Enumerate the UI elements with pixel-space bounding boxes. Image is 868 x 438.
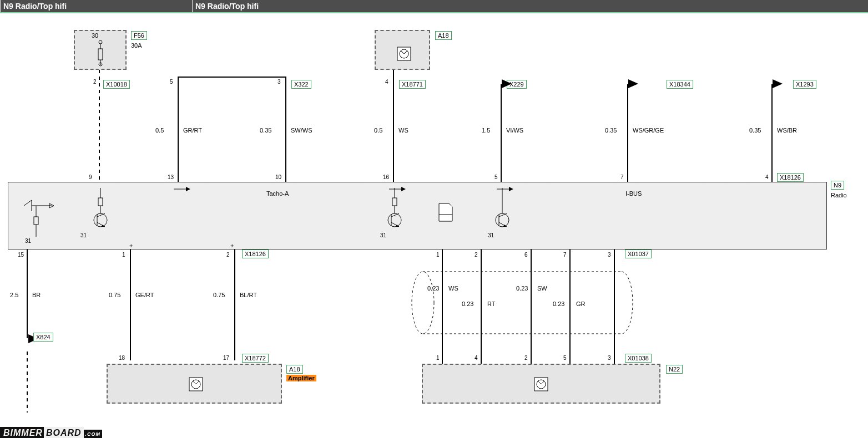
pin1037-6: 6 <box>524 252 528 258</box>
pin1037-7: 7 <box>563 252 567 258</box>
w-br-col: BR <box>32 292 41 298</box>
wire-fuse-main <box>99 70 100 182</box>
transistor-icon <box>89 188 112 232</box>
n22-id: N22 <box>666 365 683 374</box>
fuse-rating: 30A <box>131 42 142 49</box>
arrow-x229 <box>502 79 512 88</box>
pin-31d: 31 <box>488 232 494 238</box>
svg-rect-23 <box>392 198 397 206</box>
pin1038-1: 1 <box>436 355 440 361</box>
w-gert-col: GE/RT <box>135 292 154 298</box>
wm-b: BOARD <box>44 427 84 438</box>
conn-x1293: X1293 <box>793 80 816 89</box>
svg-point-0 <box>99 40 102 44</box>
svg-rect-20 <box>34 217 38 225</box>
pin-16: 16 <box>383 174 389 180</box>
radio-module: Tacho-A I-BUS 31 31 <box>8 182 827 249</box>
wire-wsgrge <box>627 84 628 182</box>
w-grrt-col: GR/RT <box>183 127 202 134</box>
shield-rt-col: RT <box>487 301 495 307</box>
pin-1: 1 <box>122 252 125 258</box>
pin1037-3: 3 <box>608 252 611 258</box>
arrow-x1293 <box>773 79 783 88</box>
w-viws-col: VI/WS <box>506 127 523 134</box>
w-blrt-size: 0.75 <box>213 292 225 298</box>
w-wsbr-col: WS/BR <box>777 127 797 134</box>
shield-icon <box>411 265 633 340</box>
fuse-id: F56 <box>131 31 147 40</box>
conn-x10018: X10018 <box>103 80 130 89</box>
wire-br-dash <box>27 352 28 412</box>
pin-9: 9 <box>89 174 92 180</box>
n22-module <box>422 364 660 404</box>
pin1038-5: 5 <box>563 355 567 361</box>
svg-rect-10 <box>98 198 103 206</box>
w-swws-col: SW/WS <box>291 127 312 134</box>
pin1037-2: 2 <box>475 252 478 258</box>
wm-c: .COM <box>84 430 103 438</box>
radio-id: N9 <box>831 181 844 190</box>
bus-tacho: Tacho-A <box>266 190 289 197</box>
pin-10: 10 <box>275 174 281 180</box>
shield-sw-col: SW <box>537 285 547 292</box>
pin1038-4: 4 <box>475 355 478 361</box>
w-wsbr-size: 0.35 <box>749 127 761 134</box>
fuse-icon <box>95 40 106 67</box>
pin-7: 7 <box>620 174 624 180</box>
pin-3: 3 <box>277 79 281 85</box>
conn-x18126: X18126 <box>777 173 804 182</box>
pin-2: 2 <box>93 79 97 85</box>
conn-x01038: X01038 <box>625 354 652 363</box>
svg-marker-39 <box>186 187 190 191</box>
wire-br <box>27 249 28 338</box>
shield-ws-size: 0.23 <box>427 285 439 292</box>
w-swws-size: 0.35 <box>260 127 271 134</box>
w-viws-size: 1.5 <box>482 127 490 134</box>
amplifier-module <box>107 364 282 404</box>
transistor-icon-2 <box>383 188 406 232</box>
w-br-size: 2.5 <box>10 292 18 298</box>
title-right: N9 Radio/Top hifi <box>192 0 868 12</box>
title-left: N9 Radio/Top hifi <box>0 0 192 12</box>
signal-arrow <box>389 186 406 192</box>
wm-a: BIMMER <box>0 427 44 438</box>
conn-x18126b: X18126 <box>242 249 269 258</box>
watermark: BIMMERBOARD.COM <box>0 428 102 438</box>
pin-31: 31 <box>25 238 31 244</box>
antenna-icon <box>397 47 411 61</box>
pin-5: 5 <box>170 79 173 85</box>
w-blrt-col: BL/RT <box>240 292 257 298</box>
signal-arrow <box>174 186 190 192</box>
conn-x18771: X18771 <box>399 80 426 89</box>
svg-rect-2 <box>98 49 103 60</box>
amplifier-name[interactable]: Amplifier <box>286 375 316 381</box>
arrow-x18344 <box>628 79 638 88</box>
svg-marker-43 <box>509 187 513 191</box>
w-wsgrge-size: 0.35 <box>605 127 617 134</box>
wiring-diagram: 30 F56 30A A18 X10018 X322 X18771 X229 X… <box>0 13 868 438</box>
wire-gert <box>130 249 131 360</box>
shield-gr-size: 0.23 <box>553 301 564 307</box>
pin-2b: 2 <box>226 252 230 258</box>
pin-13: 13 <box>168 174 174 180</box>
shield-sw-size: 0.23 <box>516 285 528 292</box>
signal-arrow <box>497 186 513 192</box>
wire-wsbr <box>771 84 773 182</box>
w-wsgrge-col: WS/GR/GE <box>633 127 664 134</box>
fuse-terminal: 30 <box>92 32 98 39</box>
fuse-box: 30 <box>74 30 127 70</box>
antenna-icon <box>189 377 203 391</box>
svg-point-48 <box>412 272 434 334</box>
conn-x824: X824 <box>33 333 53 342</box>
title-bar: N9 Radio/Top hifi N9 Radio/Top hifi <box>0 0 868 12</box>
pin-15: 15 <box>18 252 24 258</box>
wire-grrt <box>178 77 179 182</box>
wire-blrt <box>234 249 235 360</box>
radio-name: Radio <box>831 192 847 198</box>
antenna-module <box>375 30 430 70</box>
pin-4: 4 <box>385 79 388 85</box>
pin1038-2: 2 <box>524 355 528 361</box>
speaker-gnd-icon <box>19 198 58 242</box>
shield-rt-size: 0.23 <box>462 301 473 307</box>
pin-17: 17 <box>223 355 229 361</box>
